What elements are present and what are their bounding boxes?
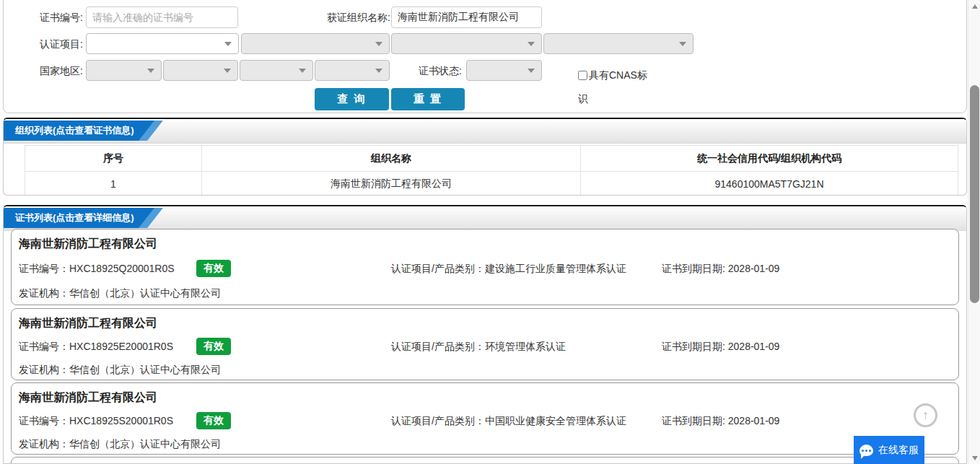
chevron-down-icon bbox=[224, 42, 232, 46]
org-name-input[interactable] bbox=[391, 6, 542, 28]
issuer-label: 发证机构： bbox=[19, 438, 69, 450]
cert-card[interactable]: 海南世新消防工程有限公司 证书编号：HXC18925E20001R0S 有效 认… bbox=[11, 308, 959, 380]
search-form-panel: 证书编号: 获证组织名称: 认证项目: 国家地区: 证书状态: 具有CNAS标识… bbox=[3, 0, 967, 113]
cert-card[interactable]: 海南世新消防工程有限公司 bbox=[11, 457, 959, 464]
cert-no-label: 证书编号： bbox=[19, 263, 69, 274]
chevron-down-icon bbox=[528, 42, 535, 46]
org-table-header-row: 序号 组织名称 统一社会信用代码/组织机构代码 bbox=[25, 146, 958, 172]
expire-value: 2028-01-09 bbox=[728, 263, 780, 274]
region-select-3 bbox=[240, 60, 313, 81]
cert-card-org: 海南世新消防工程有限公司 bbox=[19, 237, 157, 252]
col-seq: 序号 bbox=[25, 146, 202, 172]
cert-project-select-4 bbox=[543, 33, 694, 54]
region-select-4 bbox=[315, 60, 390, 81]
expire-label: 证书到期日期: bbox=[662, 415, 725, 426]
org-row-name: 海南世新消防工程有限公司 bbox=[202, 172, 581, 196]
region-select-2 bbox=[163, 60, 238, 81]
scrollbar-up-button[interactable] bbox=[968, 0, 980, 12]
table-row[interactable]: 1 海南世新消防工程有限公司 91460100MA5T7GJ21N bbox=[25, 172, 958, 196]
expire-label: 证书到期日期: bbox=[662, 341, 725, 352]
chevron-down-icon bbox=[147, 69, 154, 73]
project-label: 认证项目/产品类别： bbox=[391, 263, 485, 274]
org-list-header: 组织列表(点击查看证书信息) bbox=[4, 119, 966, 144]
cert-no-input[interactable] bbox=[86, 6, 238, 28]
issuer-label: 发证机构： bbox=[19, 287, 69, 299]
query-button[interactable]: 查 询 bbox=[315, 88, 389, 110]
issuer-value: 华信创（北京）认证中心有限公司 bbox=[69, 287, 221, 299]
cert-list-panel: 证书列表(点击查看详细信息) 海南世新消防工程有限公司 证书编号：HXC1892… bbox=[3, 205, 967, 464]
org-list-panel: 组织列表(点击查看证书信息) 序号 组织名称 统一社会信用代码/组织机构代码 1… bbox=[3, 118, 967, 196]
project-label: 认证项目/产品类别： bbox=[391, 415, 485, 426]
cert-no-label: 证书编号： bbox=[19, 415, 69, 426]
cert-card-org: 海南世新消防工程有限公司 bbox=[19, 390, 157, 406]
project-label: 认证项目/产品类别： bbox=[391, 341, 485, 352]
issuer-value: 华信创（北京）认证中心有限公司 bbox=[69, 364, 221, 375]
cert-project-label: 认证项目: bbox=[4, 33, 83, 55]
col-code: 统一社会信用代码/组织机构代码 bbox=[581, 146, 958, 172]
cert-project-select-3 bbox=[391, 33, 542, 54]
chevron-down-icon bbox=[528, 69, 535, 73]
arrow-down-icon bbox=[972, 456, 978, 460]
expire-value: 2028-01-09 bbox=[728, 415, 780, 426]
org-name-label: 获证组织名称: bbox=[311, 6, 390, 28]
cert-list-title: 证书列表(点击查看详细信息) bbox=[4, 208, 156, 228]
chevron-down-icon bbox=[375, 42, 382, 46]
cert-status-select bbox=[466, 60, 542, 81]
status-badge: 有效 bbox=[196, 338, 231, 355]
cnas-checkbox[interactable] bbox=[578, 71, 587, 80]
chevron-down-icon bbox=[679, 42, 686, 46]
expire-label: 证书到期日期: bbox=[662, 263, 725, 274]
chevron-down-icon bbox=[375, 69, 382, 73]
vertical-scrollbar[interactable] bbox=[968, 0, 980, 464]
project-value: 中国职业健康安全管理体系认证 bbox=[485, 415, 626, 426]
cert-no-label: 证书编号： bbox=[19, 341, 69, 352]
issuer-label: 发证机构： bbox=[19, 364, 69, 375]
cert-no-label: 证书编号: bbox=[4, 6, 83, 28]
reset-button[interactable]: 重 置 bbox=[391, 88, 465, 110]
cnas-checkbox-group[interactable]: 具有CNAS标识 bbox=[578, 64, 655, 111]
region-select-1 bbox=[86, 60, 162, 81]
org-row-seq: 1 bbox=[25, 172, 202, 196]
online-service-label: 在线客服 bbox=[878, 444, 919, 457]
status-badge: 有效 bbox=[196, 260, 231, 277]
col-name: 组织名称 bbox=[202, 146, 581, 172]
chat-bubble-icon bbox=[859, 445, 873, 456]
scroll-to-top-button[interactable]: ↑ bbox=[914, 403, 937, 427]
cert-card[interactable]: 海南世新消防工程有限公司 证书编号：HXC18925S20001R0S 有效 认… bbox=[11, 382, 959, 455]
chevron-down-icon bbox=[299, 69, 306, 73]
arrow-up-icon bbox=[972, 4, 978, 9]
chevron-down-icon bbox=[224, 69, 231, 73]
status-badge: 有效 bbox=[196, 412, 231, 429]
org-list-title: 组织列表(点击查看证书信息) bbox=[4, 121, 156, 141]
cert-status-label: 证书状态: bbox=[382, 60, 462, 82]
cert-no-value: HXC18925E20001R0S bbox=[69, 341, 173, 352]
online-service-button[interactable]: 在线客服 bbox=[854, 436, 924, 464]
cnas-label: 具有CNAS标识 bbox=[578, 69, 647, 105]
cert-project-select-2 bbox=[241, 33, 390, 54]
project-value: 环境管理体系认证 bbox=[485, 341, 566, 352]
cert-project-select-1[interactable] bbox=[86, 33, 239, 54]
arrow-up-icon: ↑ bbox=[922, 408, 929, 423]
org-table: 序号 组织名称 统一社会信用代码/组织机构代码 1 海南世新消防工程有限公司 9… bbox=[25, 145, 958, 196]
cert-card[interactable]: 海南世新消防工程有限公司 证书编号：HXC18925Q20001R0S 有效 认… bbox=[11, 229, 959, 305]
cert-list-header: 证书列表(点击查看详细信息) bbox=[4, 206, 966, 231]
scrollbar-thumb[interactable] bbox=[970, 85, 979, 303]
scrollbar-down-button[interactable] bbox=[968, 452, 980, 464]
issuer-value: 华信创（北京）认证中心有限公司 bbox=[69, 438, 221, 450]
cert-card-org: 海南世新消防工程有限公司 bbox=[19, 316, 157, 331]
expire-value: 2028-01-09 bbox=[728, 341, 780, 352]
cert-no-value: HXC18925Q20001R0S bbox=[69, 263, 175, 274]
region-label: 国家地区: bbox=[4, 60, 83, 82]
org-row-code: 91460100MA5T7GJ21N bbox=[581, 172, 958, 196]
cert-no-value: HXC18925S20001R0S bbox=[69, 415, 173, 426]
project-value: 建设施工行业质量管理体系认证 bbox=[485, 263, 626, 274]
